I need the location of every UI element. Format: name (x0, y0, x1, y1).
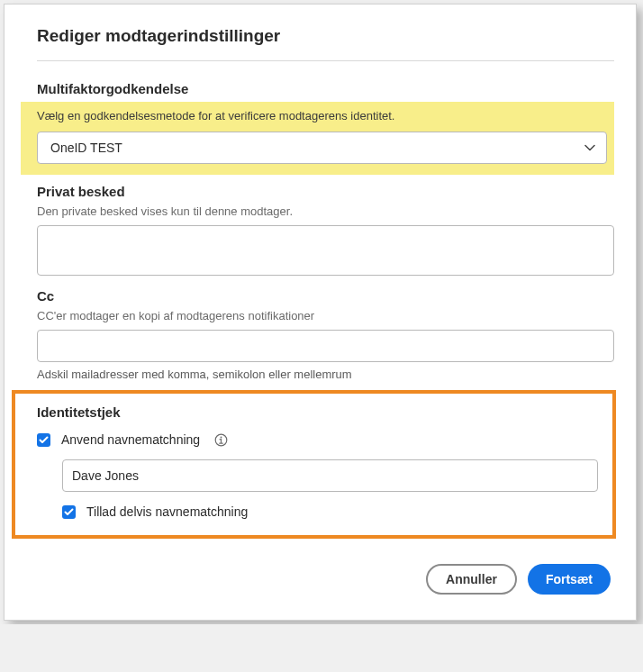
svg-rect-4 (221, 439, 222, 443)
edit-recipient-settings-dialog: Rediger modtagerindstillinger Multifakto… (4, 4, 637, 621)
continue-button[interactable]: Fortsæt (528, 564, 611, 595)
dialog-title: Rediger modtagerindstillinger (37, 26, 614, 61)
cancel-button[interactable]: Annuller (426, 564, 517, 595)
use-name-matching-row: Anvend navnematchning (37, 432, 598, 447)
private-message-helper: Den private besked vises kun til denne m… (37, 204, 614, 218)
cc-hint: Adskil mailadresser med komma, semikolon… (37, 368, 614, 381)
allow-partial-checkbox[interactable] (62, 505, 76, 519)
cc-section: Cc CC'er modtager en kopi af modtagerens… (37, 288, 614, 381)
auth-method-select[interactable]: OneID TEST (37, 132, 607, 164)
cc-helper: CC'er modtager en kopi af modtagerens no… (37, 309, 614, 322)
mfa-highlight-region: Vælg en godkendelsesmetode for at verifi… (21, 102, 614, 175)
mfa-helper-text: Vælg en godkendelsesmetode for at verifi… (30, 109, 607, 123)
name-input-wrap (62, 459, 598, 492)
private-message-heading: Privat besked (37, 184, 614, 199)
private-message-section: Privat besked Den private besked vises k… (37, 184, 614, 279)
mfa-heading: Multifaktorgodkendelse (37, 81, 614, 96)
svg-point-1 (221, 436, 222, 438)
private-message-input[interactable] (37, 225, 614, 276)
identity-heading: Identitetstjek (37, 404, 598, 420)
info-icon[interactable] (214, 433, 228, 447)
dialog-button-row: Annuller Fortsæt (37, 564, 611, 595)
allow-partial-row: Tillad delvis navnematchning (62, 504, 598, 519)
cc-heading: Cc (37, 288, 614, 304)
allow-partial-label: Tillad delvis navnematchning (86, 504, 248, 519)
name-input[interactable] (62, 459, 598, 492)
chevron-down-icon (584, 144, 595, 151)
cc-input[interactable] (37, 330, 614, 362)
use-name-matching-checkbox[interactable] (37, 433, 50, 447)
identity-check-section: Identitetstjek Anvend navnematchning Til… (12, 390, 616, 539)
auth-method-selected-value: OneID TEST (50, 141, 122, 155)
use-name-matching-label: Anvend navnematchning (61, 432, 200, 447)
